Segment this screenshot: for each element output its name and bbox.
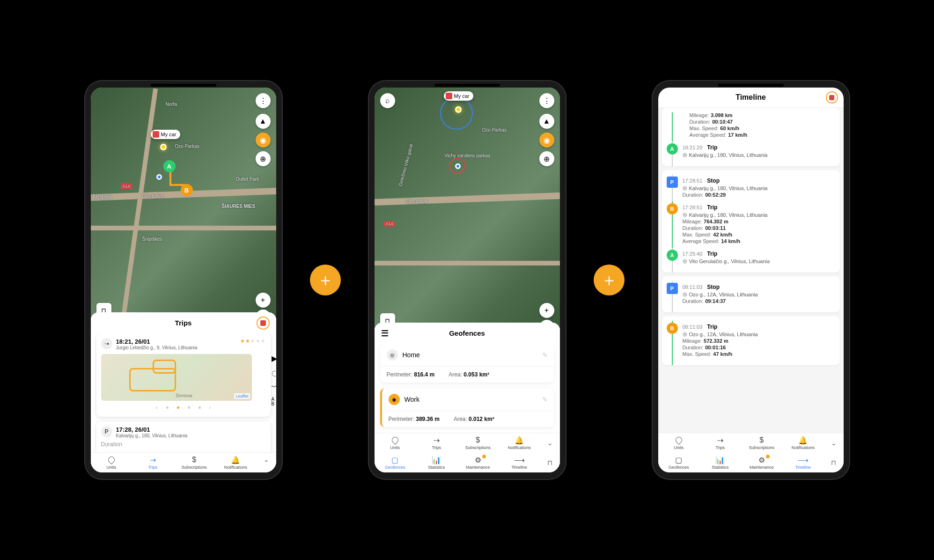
edit-icon[interactable]: ✎ [542, 396, 548, 403]
vehicle-badge[interactable]: My car [151, 130, 180, 139]
user-location [455, 106, 462, 113]
nav-geofences[interactable]: ▢Geofences [658, 453, 700, 472]
nav-statistics[interactable]: 📊Statistics [699, 453, 741, 472]
marker-badge: B [667, 323, 678, 334]
panel-header: Trips [91, 312, 276, 333]
event-time: 08:11:03 [683, 284, 703, 290]
timeline-event[interactable]: A17:25:40Trip◎ Vito Gerulaičio g., Vilni… [666, 248, 834, 268]
timeline-event[interactable]: B17:28:51Trip◎ Kalvarijų g., 180, Vilniu… [666, 201, 834, 248]
nav-subscriptions[interactable]: $Subscriptions [741, 433, 783, 453]
search-icon[interactable]: ⌕ [380, 93, 395, 108]
nav-timeline[interactable]: ⟶Timeline [782, 453, 824, 472]
trip-card[interactable]: ⇢ 18:21, 26/01 Jurgio Lebedžio g., 9, Vi… [96, 333, 271, 417]
trip-time: 17:28, 26/01 [116, 426, 266, 433]
map-label: Ozo gatvė [406, 199, 428, 204]
timeline-event[interactable]: B08:11:03Trip◎ Ozo g., 12A, Vilnius, Lit… [666, 321, 834, 361]
route-icon[interactable]: ◌ [272, 368, 276, 377]
rating-stars[interactable]: ★★★★★ [240, 338, 266, 344]
pin-nav-icon[interactable]: ⊓ [824, 453, 844, 472]
layers-icon[interactable]: ◉ [539, 133, 554, 147]
marker-a[interactable]: A [163, 160, 176, 172]
nav-trips[interactable]: ⇢Trips [416, 433, 457, 453]
geofence-card-work[interactable]: ◉ Work ✎ Perimeter: 389.36 m Area: 0.012… [380, 388, 554, 427]
more-icon[interactable]: ⋮ [539, 93, 554, 108]
pagination-dots[interactable]: ‹› [101, 401, 266, 412]
vehicle-avatar[interactable] [257, 317, 270, 330]
timeline-body[interactable]: Mileage: 3.098 km Duration: 00:10:47 Max… [658, 108, 844, 433]
timeline-card: B08:11:03Trip◎ Ozo g., 12A, Vilnius, Lit… [662, 316, 840, 365]
nav-statistics[interactable]: 📊Statistics [416, 453, 457, 472]
trip-thumbnail-map[interactable]: Žirmūnai Leaflet [101, 354, 252, 401]
map-area[interactable]: Ozo gatvė Geležinio Vilko gatvė Vichy va… [375, 88, 560, 328]
road-badge: A14 [384, 221, 395, 227]
nav-subscriptions[interactable]: $Subscriptions [174, 453, 215, 472]
pin-nav-icon[interactable]: ⊓ [540, 453, 560, 472]
compass-icon[interactable]: ▲ [256, 114, 271, 129]
more-icon[interactable]: ⋮ [256, 93, 271, 108]
nav-geofences[interactable]: ▢Geofences [375, 453, 416, 472]
nav-collapse-icon[interactable]: ⌄ [540, 433, 560, 453]
nav-timeline[interactable]: ⟶Timeline [499, 453, 540, 472]
compass-icon[interactable]: ▲ [539, 114, 554, 129]
nav-maintenance[interactable]: ⚙Maintenance [741, 453, 783, 472]
plus-separator-icon: ＋ [310, 265, 341, 295]
geofence-name: Home [403, 351, 537, 359]
vehicle-badge[interactable]: My car [444, 91, 473, 101]
geofence-circle-home[interactable] [440, 97, 473, 130]
vehicle-label: My car [454, 93, 470, 99]
nav-trips[interactable]: ⇢Trips [699, 433, 741, 453]
bottom-nav: Units ⇢Trips $Subscriptions 🔔Notificatio… [658, 433, 844, 472]
event-type: Stop [707, 284, 720, 290]
zoom-in-icon[interactable]: + [256, 293, 271, 308]
play-icon[interactable]: ▶ [272, 354, 276, 363]
event-type: Trip [707, 251, 717, 257]
nav-notifications[interactable]: 🔔Notifications [499, 433, 540, 453]
leaflet-attribution: Leaflet [234, 393, 250, 399]
nav-notifications[interactable]: 🔔Notifications [782, 433, 824, 453]
geofence-name: Work [404, 396, 537, 403]
map-label: Geležinio Vilko gatvė [397, 143, 414, 187]
locate-icon[interactable]: ⊕ [539, 151, 554, 166]
layers-icon[interactable]: ◉ [256, 133, 271, 147]
nav-subscriptions[interactable]: $Subscriptions [457, 433, 499, 453]
map-area[interactable]: Ozo Parkas Ozo gatvė Outlet Park Šnipišk… [91, 88, 276, 318]
menu-icon[interactable]: ☰ [381, 328, 389, 339]
edit-icon[interactable]: ✎ [542, 351, 548, 359]
trip-address: Kalvarijų g., 180, Vilnius, Lithuania [116, 433, 266, 438]
nav-units[interactable]: Units [658, 433, 700, 453]
trip-address: Jurgio Lebedžio g., 9, Vilnius, Lithuani… [116, 345, 236, 350]
locate-icon[interactable]: ⊕ [256, 151, 271, 166]
timeline-title: Timeline [735, 93, 766, 102]
vehicle-avatar[interactable] [826, 91, 838, 103]
timeline-event[interactable]: P17:28:51Stop◎ Kalvarijų g., 180, Vilniu… [666, 175, 834, 201]
geofence-card-home[interactable]: ◎ Home ✎ Perimeter: 816.4 m Area: 0.053 … [380, 344, 554, 383]
nav-trips[interactable]: ⇢Trips [132, 453, 174, 472]
timeline-top-stats: Mileage: 3.098 km Duration: 00:10:47 Max… [672, 112, 834, 141]
event-stat: Duration: 00:52:29 [683, 192, 834, 198]
timeline-event[interactable]: P08:11:03Stop◎ Ozo g., 12A, Vilnius, Lit… [666, 281, 834, 308]
event-address: ◎ Ozo g., 12A, Vilnius, Lithuania [683, 291, 834, 297]
ab-icon[interactable]: AB [272, 397, 276, 406]
marker-b[interactable]: B [181, 184, 193, 196]
event-address: ◎ Kalvarijų g., 180, Vilnius, Lithuania [683, 152, 834, 158]
bottom-nav: Units ⇢Trips $Subscriptions 🔔Notificatio… [91, 452, 276, 472]
event-stat: Max. Speed: 42 km/h [683, 232, 834, 237]
zoom-in-icon[interactable]: + [539, 303, 554, 318]
nav-units[interactable]: Units [375, 433, 416, 453]
nav-collapse-icon[interactable]: ⌄ [824, 433, 844, 453]
phone-timeline: Timeline Mileage: 3.098 km Duration: 00:… [653, 81, 849, 479]
vehicle-label: My car [161, 132, 177, 137]
chart-icon[interactable]: 〰 [272, 383, 276, 391]
nav-maintenance[interactable]: ⚙Maintenance [457, 453, 499, 472]
event-stat: Duration: 09:14:37 [683, 298, 834, 304]
timeline-event[interactable]: A18:21:20Trip◎ Kalvarijų g., 180, Vilniu… [666, 141, 834, 162]
nav-notifications[interactable]: 🔔Notifications [215, 453, 257, 472]
panel-header: ☰ Geofences [375, 323, 560, 344]
parking-badge: P [667, 283, 678, 294]
perimeter-value: 389.36 m [416, 416, 440, 422]
nav-units[interactable]: Units [91, 453, 132, 472]
nav-expand-icon[interactable]: ⌃ [257, 453, 276, 472]
screen-timeline: Timeline Mileage: 3.098 km Duration: 00:… [658, 88, 844, 472]
stop-card[interactable]: P 17:28, 26/01 Kalvarijų g., 180, Vilniu… [96, 421, 271, 452]
parking-badge: P [667, 177, 678, 188]
